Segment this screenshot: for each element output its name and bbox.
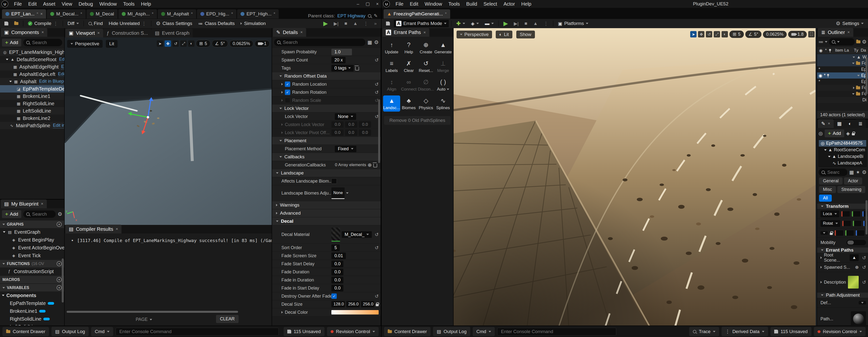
def-dropdown[interactable] [859,301,866,304]
menu-file[interactable]: File [11,0,25,8]
component-row[interactable]: ▦AsphaltEdit in Blueprint [0,78,64,85]
add-element-icon[interactable]: ⊕ [855,265,859,270]
lit-mode-button[interactable]: Lit [106,40,118,48]
display-options-icon[interactable]: ▦ [849,169,854,175]
component-row[interactable]: ∿MainPathSplineEdit in B [0,122,64,129]
random-scale-checkbox[interactable] [285,98,290,103]
grid-snap-control[interactable]: ⊞5 [196,40,210,47]
close-icon[interactable]: × [828,121,830,126]
tree-row[interactable]: ▲RootSceneCom [819,146,866,153]
tool-clear[interactable]: ✗Clear [400,58,417,74]
add-blueprint-item-button[interactable]: +Add [2,210,21,218]
content-drawer-button[interactable]: Content Drawer [2,327,49,336]
variable-row[interactable]: RightSolidLine [0,315,64,323]
component-row[interactable]: ▦AsphaltEdgeLeftEdit in E [0,70,64,78]
add-variable-icon[interactable]: + [57,285,62,290]
lit-mode-button[interactable]: ◐Lit [496,31,513,38]
add-actor-button[interactable]: ✚ [454,20,468,27]
world-coordinate-icon[interactable]: ◐ [721,31,728,37]
reset-icon[interactable]: ↺ [373,57,379,63]
pin-icon[interactable] [827,74,829,76]
menu-file[interactable]: File [392,0,407,8]
decal-material-thumbnail[interactable] [331,228,340,241]
stop-button[interactable]: ■ [522,20,529,27]
reset-icon[interactable]: ↺ [861,279,866,285]
tab-m-asphalt[interactable]: M_Asphalt* [158,9,196,19]
expand-icon[interactable] [281,131,283,134]
scale-x-input[interactable] [835,230,843,236]
placement-method-dropdown[interactable]: Fixed [335,146,356,152]
event-row[interactable]: ◈Event ActorBeginOverlap [0,244,64,251]
close-button[interactable]: × [376,1,379,7]
remove-pathsplines-button[interactable]: Remove 0 Old PathSplines [384,116,451,125]
gear-icon[interactable]: ⚙ [862,169,867,175]
section-random-offset-data[interactable]: Random Offset Data [272,72,381,80]
macros-section-header[interactable]: MACROS+ [0,276,64,283]
location-y-input[interactable] [852,211,860,216]
tool-biomes[interactable]: ♣Biomes [400,96,417,111]
blueprints-button[interactable]: ◈ [468,20,482,28]
components-search[interactable] [23,39,62,46]
tool-physics[interactable]: ◇Physics [417,96,434,111]
play-button[interactable]: ▶ [321,20,330,27]
toolbar-overflow-icon[interactable]: » [372,20,379,27]
variable-row[interactable]: LeftSolidLine [0,323,64,326]
scrollbar[interactable] [378,99,380,163]
tab-mi-asphalt[interactable]: MI_Asph...* [118,9,157,19]
fade-in-duration-input[interactable]: 0.0 [331,277,343,283]
tool-create[interactable]: ⊕Create [417,40,434,56]
lock-icon[interactable] [830,233,833,235]
rotate-tool-icon[interactable]: ↺ [173,40,179,47]
reset-icon[interactable]: ↺ [861,265,866,270]
rotation-snap-control[interactable]: ∠5° [745,31,762,38]
chip-misc[interactable]: Misc [819,186,836,193]
component-row[interactable]: ▦LeftSolidLine [0,107,64,114]
close-icon[interactable]: × [41,30,44,35]
tool-help[interactable]: ?Help [400,40,417,56]
edit-in-blueprint-link[interactable]: Edit in [61,64,64,69]
spawn-count-input[interactable]: 20 x [331,57,346,63]
y-input[interactable]: 0.0 [345,122,357,128]
output-log-button[interactable]: ▤Output Log [433,327,470,336]
menu-help[interactable]: Help [138,0,154,8]
tool-reset[interactable]: ↺Reset... [417,58,434,74]
tab-m-decal-1[interactable]: M_Decal...* [47,9,86,19]
outliner-row-actor[interactable]: Di [817,97,868,103]
pin-column-icon[interactable] [829,49,831,51]
close-icon[interactable]: × [40,11,42,16]
expand-icon[interactable] [820,281,822,283]
my-blueprint-search-input[interactable] [32,211,53,217]
menu-select[interactable]: Select [480,0,500,8]
chip-actor[interactable]: Actor [844,177,862,184]
rotation-y-input[interactable] [853,221,861,226]
gear-icon[interactable]: ⚙ [374,39,379,45]
component-row[interactable]: ▦AsphaltEdgeRightEdit in [0,63,64,70]
select-tool-icon[interactable]: ➤ [690,31,696,37]
details-tab[interactable]: ✎× [818,119,834,128]
variables-section-header[interactable]: VARIABLES+ [0,284,64,292]
menu-debug[interactable]: Debug [75,0,96,8]
unlocked-icon[interactable] [852,133,855,135]
rotation-dropdown[interactable]: Rotat [820,220,840,227]
reset-icon[interactable]: ↺ [373,98,379,103]
blueprint-edit-icon[interactable]: ◈ [846,130,850,136]
layers-tab[interactable]: ≣ [855,119,866,128]
description-asset-thumbnail[interactable] [848,276,859,289]
section-callbacks[interactable]: Callbacks [272,153,381,161]
menu-build[interactable]: Build [463,0,480,8]
reset-icon[interactable]: ↺ [861,255,866,261]
rotation-x-input[interactable] [842,221,851,226]
mobility-toggle[interactable] [846,240,866,245]
my-blueprint-tab[interactable]: ▤My Blueprint× [1,199,47,208]
save-button[interactable] [383,20,392,27]
tags-dropdown[interactable]: 0 tags [331,65,354,71]
close-icon[interactable]: × [116,227,118,232]
search-icon[interactable] [368,14,371,18]
scale-snap-control[interactable]: 0.0625% [763,31,787,38]
components-tab[interactable]: ▣Components× [1,28,47,37]
cmd-dropdown[interactable]: Cmd [473,327,495,336]
tab-ept-highway[interactable]: EPT_High...* [237,9,279,19]
find-button[interactable]: Find [86,20,105,27]
compile-button[interactable]: ✓Compile⋮ [26,20,61,28]
skip-button[interactable]: ▶| [512,20,521,28]
